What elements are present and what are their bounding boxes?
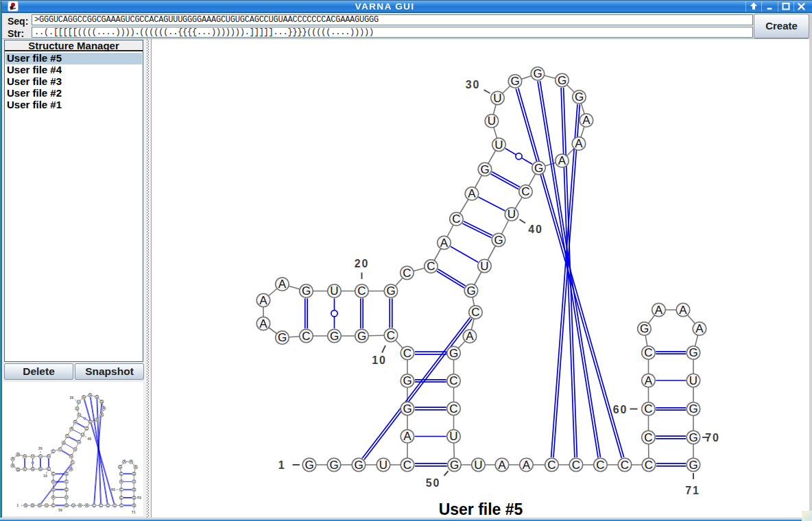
svg-text:C: C [452,213,460,226]
svg-text:A: A [645,374,653,387]
svg-text:G: G [403,374,411,387]
svg-text:C: C [449,402,457,415]
svg-text:C: C [644,346,652,359]
svg-text:A: A [403,430,411,443]
svg-text:G: G [558,74,566,87]
svg-text:20: 20 [355,258,369,269]
svg-text:G: G [689,346,697,359]
svg-text:G: G [689,431,697,444]
svg-text:C: C [427,260,435,273]
svg-text:40: 40 [528,223,542,235]
svg-text:C: C [645,459,653,472]
svg-text:G: G [494,234,503,247]
svg-text:C: C [471,306,479,319]
svg-text:C: C [302,330,310,343]
svg-text:G: G [466,284,475,298]
svg-text:G: G [480,163,489,176]
svg-text:C: C [449,374,457,387]
svg-text:G: G [329,459,338,472]
svg-text:30: 30 [466,79,480,90]
svg-text:G: G [534,162,543,175]
svg-text:U: U [480,260,488,273]
svg-text:C: C [403,459,411,472]
svg-text:A: A [278,278,287,291]
svg-text:G: G [449,347,458,360]
svg-text:G: G [386,284,395,298]
svg-text:A: A [575,137,583,150]
svg-text:50: 50 [426,477,440,489]
svg-text:C: C [621,459,629,472]
svg-text:C: C [547,459,556,472]
svg-text:G: G [357,330,366,343]
svg-text:C: C [387,329,395,342]
svg-text:A: A [466,330,474,343]
svg-text:A: A [679,304,687,317]
svg-text:A: A [523,459,531,472]
svg-text:G: G [403,402,411,415]
svg-text:71: 71 [685,485,700,496]
svg-text:A: A [259,294,267,307]
svg-text:A: A [655,304,663,317]
svg-text:U: U [330,284,338,298]
svg-text:C: C [403,267,411,280]
svg-text:G: G [640,322,649,335]
svg-text:U: U [508,208,516,221]
svg-text:G: G [354,459,363,472]
svg-text:G: G [575,90,584,104]
svg-text:G: G [450,459,459,472]
svg-text:C: C [644,431,652,444]
svg-text:G: G [302,284,311,298]
svg-text:A: A [695,322,704,335]
svg-text:G: G [330,330,339,343]
svg-text:U: U [493,92,501,105]
svg-text:A: A [582,114,590,127]
svg-text:G: G [689,459,697,472]
svg-text:C: C [357,284,366,298]
svg-text:G: G [278,331,287,344]
svg-text:10: 10 [372,354,386,366]
svg-text:G: G [533,67,542,80]
svg-text:1: 1 [278,459,286,471]
svg-text:C: C [644,402,652,415]
svg-text:G: G [510,75,519,88]
svg-text:U: U [474,459,482,472]
svg-text:A: A [440,237,449,250]
svg-text:70: 70 [705,432,719,444]
svg-text:60: 60 [613,404,628,415]
svg-text:C: C [572,459,580,472]
svg-text:G: G [689,402,697,415]
svg-text:U: U [494,138,503,152]
svg-text:U: U [488,114,496,128]
svg-text:A: A [498,459,506,472]
svg-text:U: U [379,459,387,472]
svg-text:C: C [403,347,411,360]
svg-text:C: C [596,459,604,472]
svg-text:G: G [304,459,313,472]
svg-text:U: U [689,374,697,387]
svg-text:A: A [558,154,566,167]
svg-text:C: C [521,185,529,198]
svg-text:U: U [449,430,457,443]
svg-text:A: A [259,317,267,330]
svg-text:A: A [468,187,476,200]
